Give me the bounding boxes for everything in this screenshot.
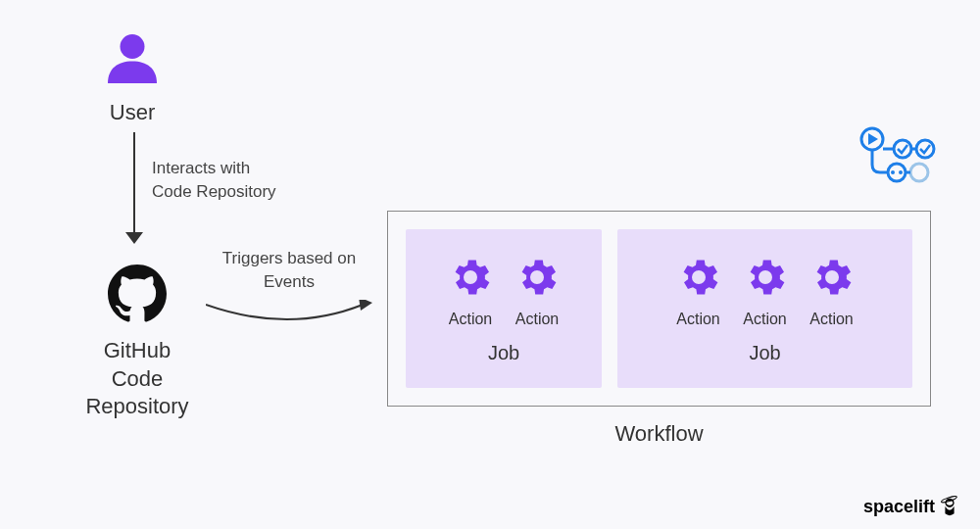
svg-point-11: [899, 170, 903, 174]
svg-point-7: [894, 140, 911, 158]
gear-icon: [675, 254, 722, 301]
arrow2-label: Triggers based on Events: [216, 247, 363, 294]
svg-point-10: [891, 170, 895, 174]
svg-point-8: [916, 140, 934, 158]
github-label: GitHub Code Repository: [78, 337, 196, 421]
github-icon: [108, 264, 167, 323]
brand-logo: spacelift: [863, 496, 960, 517]
gear-icon: [514, 254, 561, 301]
github-node: GitHub Code Repository: [78, 264, 196, 421]
svg-marker-4: [359, 300, 372, 311]
action-item: Action: [808, 254, 856, 328]
action-label: Action: [676, 311, 719, 328]
action-label: Action: [743, 311, 786, 328]
action-item: Action: [447, 254, 494, 328]
job-box: Action Action Action Job: [617, 229, 912, 388]
svg-point-12: [910, 164, 928, 181]
arrow1-label: Interacts with Code Repository: [152, 157, 276, 204]
gear-icon: [742, 254, 789, 301]
actions-row: Action Action: [447, 254, 561, 328]
workflow-container: Action Action Job Action Action Action J: [387, 211, 931, 407]
arrow2-line1: Triggers based on: [222, 249, 356, 267]
job-label: Job: [488, 342, 519, 364]
svg-marker-6: [868, 133, 878, 145]
svg-point-9: [888, 164, 906, 181]
brand-text: spacelift: [863, 497, 935, 517]
action-item: Action: [675, 254, 722, 328]
user-label: User: [103, 100, 162, 125]
github-actions-icon: [858, 125, 936, 194]
action-label: Action: [515, 311, 559, 328]
arrow1-line2: Code Repository: [152, 182, 276, 201]
gear-icon: [447, 254, 494, 301]
action-item: Action: [514, 254, 561, 328]
github-line1: GitHub Code: [104, 338, 171, 391]
astronaut-icon: [939, 496, 960, 517]
github-line2: Repository: [85, 394, 188, 418]
workflow-label: Workflow: [387, 421, 931, 447]
job-label: Job: [749, 342, 780, 364]
gear-icon: [808, 254, 856, 301]
arrow2-line2: Events: [264, 272, 315, 291]
job-box: Action Action Job: [406, 229, 602, 388]
svg-marker-3: [125, 232, 143, 244]
arrow-user-to-repo: [133, 132, 135, 240]
arrow1-line1: Interacts with: [152, 159, 250, 177]
action-label: Action: [809, 311, 853, 328]
action-label: Action: [449, 311, 492, 328]
actions-row: Action Action Action: [675, 254, 856, 328]
arrowhead-down-icon: [125, 232, 143, 244]
user-icon: [103, 29, 162, 88]
svg-point-0: [121, 34, 145, 59]
action-item: Action: [742, 254, 789, 328]
user-node: User: [103, 29, 162, 125]
arrow-repo-to-workflow: [206, 300, 372, 329]
